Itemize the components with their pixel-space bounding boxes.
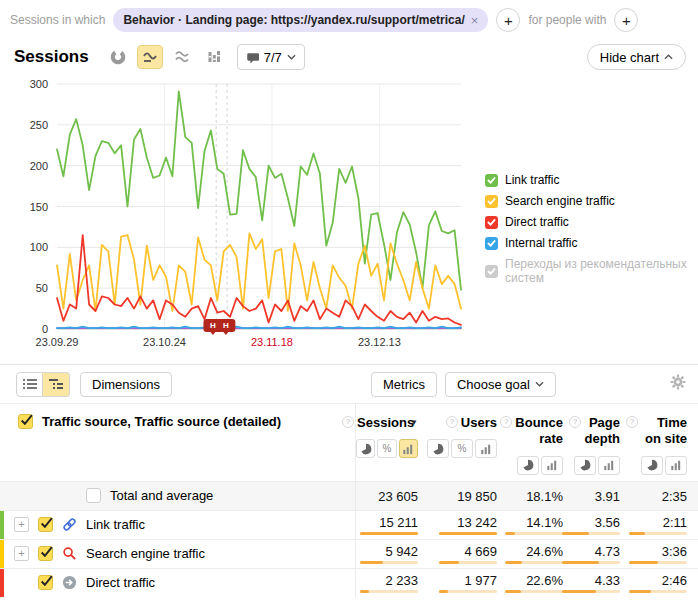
chip-close-icon[interactable]: × bbox=[471, 13, 479, 28]
metric-header[interactable]: ?Users bbox=[424, 410, 497, 431]
add-session-filter-button[interactable]: + bbox=[496, 8, 520, 32]
metric-header-label: Bounce rate bbox=[515, 415, 563, 448]
toggle-percent-button[interactable]: % bbox=[377, 439, 396, 458]
legend-checkbox[interactable] bbox=[485, 237, 498, 250]
segments-dropdown[interactable]: 7/7 bbox=[237, 44, 305, 70]
metric-value: 23 605 bbox=[378, 489, 418, 504]
help-icon[interactable]: ? bbox=[500, 416, 512, 428]
report-table: Dimensions Metrics Choose goal bbox=[0, 364, 698, 597]
tree-view-button[interactable] bbox=[43, 372, 70, 397]
value-bar bbox=[360, 532, 418, 535]
table-row[interactable]: Direct traffic2 2331 97722.6%4.332:46 bbox=[0, 568, 698, 597]
legend-item[interactable]: Direct traffic bbox=[485, 215, 698, 229]
metric-header[interactable]: ?Sessions▼ bbox=[356, 410, 418, 431]
y-axis-tick: 150 bbox=[30, 201, 48, 213]
toggle-bars-button[interactable] bbox=[541, 456, 563, 475]
row-label[interactable]: Link traffic bbox=[86, 517, 145, 532]
series-link-traffic bbox=[57, 91, 461, 289]
table-row[interactable]: +Link traffic15 21113 24214.1%3.562:11 bbox=[0, 510, 698, 539]
row-label[interactable]: Search engine traffic bbox=[86, 546, 205, 561]
legend-checkbox[interactable] bbox=[485, 216, 498, 229]
select-all-checkbox[interactable] bbox=[18, 414, 33, 429]
toggle-bars-button[interactable] bbox=[475, 439, 497, 458]
dimension-header-label: Traffic source, Traffic source (detailed… bbox=[42, 414, 281, 429]
legend-checkbox[interactable] bbox=[485, 174, 498, 187]
toggle-pie-button[interactable] bbox=[427, 439, 449, 458]
legend-checkbox[interactable] bbox=[485, 195, 498, 208]
search-icon bbox=[62, 546, 77, 561]
row-checkbox[interactable] bbox=[38, 517, 53, 532]
legend-item[interactable]: Link traffic bbox=[485, 173, 698, 187]
row-checkbox[interactable] bbox=[38, 546, 53, 561]
metric-value: 3:36 bbox=[662, 544, 687, 559]
row-label: Total and average bbox=[110, 488, 213, 503]
table-row[interactable]: Total and average23 60519 85018.1%3.912:… bbox=[0, 481, 698, 510]
legend-item[interactable]: Internal traffic bbox=[485, 236, 698, 250]
toggle-percent-button[interactable]: % bbox=[451, 439, 473, 458]
row-checkbox[interactable] bbox=[86, 488, 101, 503]
sort-desc-icon: ▼ bbox=[410, 418, 418, 428]
toggle-pie-button[interactable] bbox=[574, 456, 596, 475]
metric-column-time-on-site: ?Time on site bbox=[626, 404, 693, 481]
metric-display-toggles: % bbox=[424, 439, 497, 458]
direct-icon bbox=[62, 575, 77, 590]
metric-value-cell: 2:35 bbox=[626, 482, 693, 510]
legend-item[interactable]: Search engine traffic bbox=[485, 194, 698, 208]
table-row[interactable]: +Search engine traffic5 9424 66924.6%4.7… bbox=[0, 539, 698, 568]
list-view-button[interactable] bbox=[16, 372, 43, 397]
value-bar bbox=[505, 532, 563, 535]
row-metric-cells: 15 21113 24214.1%3.562:11 bbox=[355, 511, 693, 539]
toggle-bars-button[interactable] bbox=[399, 439, 418, 458]
value-bar bbox=[629, 561, 687, 564]
metrics-button[interactable]: Metrics bbox=[371, 372, 437, 397]
metric-value-cell: 4 669 bbox=[424, 540, 503, 568]
metric-value: 3.91 bbox=[595, 489, 620, 504]
dimensions-button[interactable]: Dimensions bbox=[80, 372, 172, 397]
row-checkbox[interactable] bbox=[38, 575, 53, 590]
row-metric-cells: 23 60519 85018.1%3.912:35 bbox=[355, 482, 693, 510]
help-icon[interactable]: ? bbox=[626, 416, 638, 428]
y-axis-tick: 0 bbox=[42, 323, 48, 335]
hide-chart-button[interactable]: Hide chart bbox=[587, 44, 686, 70]
row-color-stripe bbox=[0, 540, 4, 568]
y-axis-tick: 200 bbox=[30, 160, 48, 172]
annotation-marker[interactable]: Н bbox=[216, 319, 235, 335]
segment-filter-chip[interactable]: Behavior · Landing page: https://yandex.… bbox=[113, 8, 488, 32]
legend-item[interactable]: Переходы из рекомендательных систем bbox=[485, 257, 698, 285]
pie-chart-type-button[interactable] bbox=[105, 45, 131, 69]
toggle-pie-button[interactable] bbox=[356, 439, 375, 458]
sessions-in-which-label: Sessions in which bbox=[10, 13, 105, 27]
metric-value: 2:11 bbox=[663, 515, 687, 530]
metric-header[interactable]: ?Time on site bbox=[626, 410, 687, 448]
metric-header[interactable]: ?Bounce rate bbox=[503, 410, 563, 448]
expand-row-button[interactable]: + bbox=[14, 546, 29, 561]
help-icon[interactable]: ? bbox=[569, 416, 581, 428]
legend-label: Link traffic bbox=[505, 173, 559, 187]
segments-count: 7/7 bbox=[264, 50, 282, 65]
metric-value-cell: 23 605 bbox=[356, 482, 424, 510]
toggle-bars-button[interactable] bbox=[665, 456, 687, 475]
expand-row-button[interactable]: + bbox=[14, 517, 29, 532]
column-chart-type-button[interactable] bbox=[201, 45, 227, 69]
stacked-chart-type-button[interactable] bbox=[169, 45, 195, 69]
view-toggle bbox=[16, 372, 70, 397]
line-chart-type-button[interactable] bbox=[137, 45, 163, 69]
legend-checkbox[interactable] bbox=[485, 265, 498, 278]
help-icon[interactable]: ? bbox=[342, 416, 354, 428]
direct-icon bbox=[62, 575, 77, 590]
value-bar bbox=[629, 532, 687, 535]
value-bar bbox=[360, 590, 418, 593]
choose-goal-dropdown[interactable]: Choose goal bbox=[445, 372, 556, 397]
row-label[interactable]: Direct traffic bbox=[86, 575, 155, 590]
pie-icon bbox=[360, 443, 372, 455]
add-people-filter-button[interactable]: + bbox=[614, 8, 638, 32]
help-icon[interactable]: ? bbox=[446, 416, 458, 428]
toggle-pie-button[interactable] bbox=[517, 456, 539, 475]
row-dimension-cell: +Search engine traffic bbox=[0, 540, 355, 568]
toggle-bars-button[interactable] bbox=[598, 456, 620, 475]
metric-header[interactable]: ?Page depth bbox=[569, 410, 620, 448]
toggle-pie-button[interactable] bbox=[641, 456, 663, 475]
y-axis-tick: 100 bbox=[30, 241, 48, 253]
table-header-row: Traffic source, Traffic source (detailed… bbox=[0, 403, 698, 481]
table-settings-button[interactable] bbox=[670, 374, 686, 394]
